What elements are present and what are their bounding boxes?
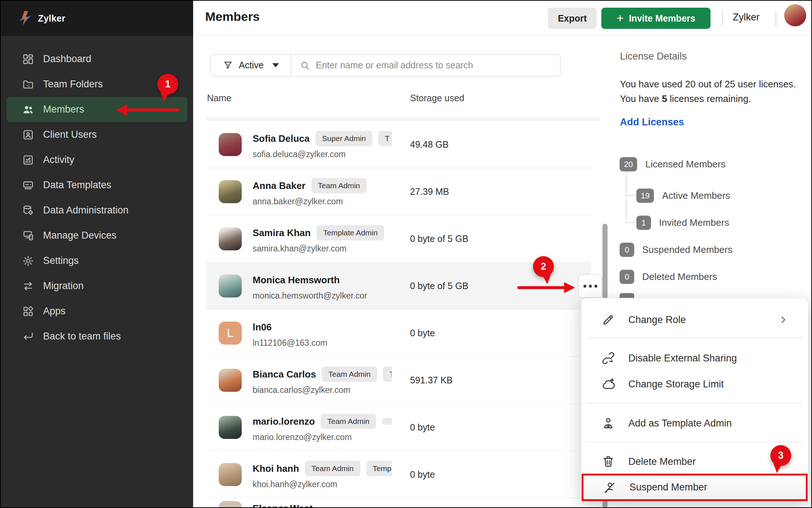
- zylker-logo-icon: [18, 11, 33, 26]
- role-badge: Template Admin: [317, 225, 384, 240]
- avatar: [219, 180, 242, 203]
- annotation-arrow-2: [517, 286, 565, 289]
- count-badge: 0: [620, 243, 634, 257]
- tree-line: [626, 222, 636, 223]
- chevron-down-icon: [272, 63, 279, 67]
- stat-suspended-members: 0 Suspended Members: [620, 243, 732, 257]
- storage-value: 0 byte of 5 GB: [410, 215, 468, 262]
- data-administration-icon: [22, 204, 34, 217]
- sidebar-item-data-administration[interactable]: Data Administration: [7, 198, 187, 223]
- activity-icon: [22, 154, 34, 166]
- table-row[interactable]: Samira Khan Template Admin samira.khan@z…: [206, 215, 591, 262]
- annotation-arrow-1-head: [116, 105, 127, 115]
- sidebar-item-apps[interactable]: Apps: [7, 299, 187, 324]
- table-row-partial[interactable]: Eleanor West: [206, 498, 591, 508]
- column-header-storage[interactable]: Storage used: [410, 93, 464, 103]
- member-email: monica.hemsworth@zylker.cor: [253, 291, 392, 301]
- search-input[interactable]: [316, 60, 560, 71]
- avatar: [219, 133, 242, 156]
- member-email: samira.khan@zylker.com: [253, 244, 392, 254]
- menu-item-change-storage-limit[interactable]: Change Storage Limit: [581, 371, 808, 397]
- menu-item-add-as-template-admin[interactable]: Add as Template Admin: [581, 410, 808, 436]
- sidebar-item-migration[interactable]: Migration: [7, 273, 187, 299]
- cloud-plus-icon: [601, 377, 615, 391]
- search-icon: [300, 60, 310, 71]
- table-row[interactable]: Anna Baker Team Admin anna.baker@zylker.…: [206, 168, 591, 215]
- avatar: [219, 463, 242, 486]
- trash-icon: [601, 455, 615, 469]
- chevron-right-icon: [778, 315, 788, 325]
- invite-members-button[interactable]: + Invite Members: [601, 8, 710, 29]
- tree-line: [626, 195, 636, 196]
- sidebar-item-back-to-team-files[interactable]: Back to team files: [7, 324, 187, 349]
- row-actions-button[interactable]: [578, 274, 602, 298]
- app-window: Zylker Dashboard Team Folders Members Cl…: [0, 0, 812, 508]
- brand-name: Zylker: [38, 13, 65, 24]
- table-head-divider: [206, 117, 600, 121]
- members-icon: [22, 103, 34, 116]
- license-details-title: License Details: [620, 51, 687, 62]
- add-licenses-link[interactable]: Add Licenses: [620, 117, 684, 128]
- page-title: Members: [205, 10, 260, 24]
- license-usage-text: You have used 20 out of 25 user licenses…: [620, 79, 796, 90]
- avatar: [219, 501, 242, 508]
- role-badge: Super Admin: [315, 131, 372, 146]
- sidebar-item-client-users[interactable]: Client Users: [7, 122, 187, 147]
- role-badge-clipped: Temp: [366, 461, 392, 476]
- annotation-arrow-2-head: [564, 282, 575, 293]
- storage-value: 27.39 MB: [410, 168, 449, 215]
- gear-icon: [22, 255, 34, 267]
- sidebar-item-dashboard[interactable]: Dashboard: [7, 46, 187, 72]
- annotation-step-2: 2: [533, 256, 554, 277]
- member-email: bianca.carlos@zylker.com: [253, 385, 392, 395]
- avatar: [219, 369, 242, 392]
- menu-item-change-role[interactable]: Change Role: [581, 307, 808, 333]
- export-button[interactable]: Export: [548, 8, 597, 29]
- template-admin-icon: [601, 416, 615, 430]
- status-filter-dropdown[interactable]: Active: [211, 54, 291, 76]
- count-badge: 0: [620, 270, 634, 284]
- annotation-arrow-1: [126, 109, 180, 111]
- sidebar-item-manage-devices[interactable]: Manage Devices: [7, 223, 187, 248]
- header-divider: [775, 11, 776, 26]
- migration-icon: [22, 280, 34, 292]
- storage-value: 0 byte: [410, 451, 435, 498]
- member-email: mario.lorenzo@zylker.com: [253, 432, 392, 442]
- stat-licensed-members: 20 Licensed Members: [620, 157, 725, 171]
- role-badge: Team Admin: [311, 178, 367, 193]
- storage-value: 0 byte: [410, 310, 435, 356]
- members-list: Sofia Deluca Super Admin T sofia.deluca@…: [206, 121, 591, 508]
- role-badge: Team Admin: [322, 367, 377, 382]
- storage-value: 49.48 GB: [410, 121, 449, 168]
- suspend-member-icon: [602, 481, 616, 494]
- member-email: khoi.hanh@zylker.com: [253, 479, 392, 489]
- data-templates-icon: [22, 179, 34, 192]
- sidebar-item-settings[interactable]: Settings: [7, 248, 187, 273]
- table-row[interactable]: Khoi hanh Team Admin Temp khoi.hanh@zylk…: [206, 451, 591, 498]
- sidebar-item-activity[interactable]: Activity: [7, 147, 187, 173]
- storage-value: 0 byte of 5 GB: [410, 262, 468, 309]
- role-badge: Team Admin: [305, 461, 360, 476]
- menu-item-disable-external-sharing[interactable]: Disable External Sharing: [581, 345, 808, 371]
- member-email: sofia.deluca@zylker.com: [253, 149, 392, 159]
- user-avatar[interactable]: [784, 4, 807, 27]
- member-toolbar: Active: [210, 54, 560, 76]
- menu-divider: [586, 441, 803, 442]
- folder-icon: [22, 78, 34, 91]
- stat-active-members: 19 Active Members: [636, 189, 730, 203]
- table-row[interactable]: L ln06 ln112106@163.com 0 byte: [206, 310, 591, 357]
- license-remaining-text: You have 5 licenses remaining.: [620, 93, 751, 105]
- sidebar-item-data-templates[interactable]: Data Templates: [7, 173, 187, 198]
- team-name: Zylker: [733, 12, 760, 23]
- brand-logo: Zylker: [1, 1, 193, 36]
- annotation-step-1: 1: [157, 74, 178, 95]
- menu-item-suspend-member[interactable]: Suspend Member: [582, 474, 808, 501]
- storage-value: 0 byte: [410, 404, 435, 451]
- menu-divider: [586, 403, 803, 403]
- count-badge: 19: [636, 189, 654, 203]
- table-row[interactable]: Bianca Carlos Team Admin T bianca.carlos…: [206, 357, 591, 404]
- column-header-name[interactable]: Name: [207, 93, 231, 103]
- table-row[interactable]: mario.lorenzo Team Admin mario.lorenzo@z…: [206, 404, 591, 451]
- role-badge-clipped: T: [378, 131, 392, 146]
- table-row[interactable]: Sofia Deluca Super Admin T sofia.deluca@…: [206, 121, 591, 168]
